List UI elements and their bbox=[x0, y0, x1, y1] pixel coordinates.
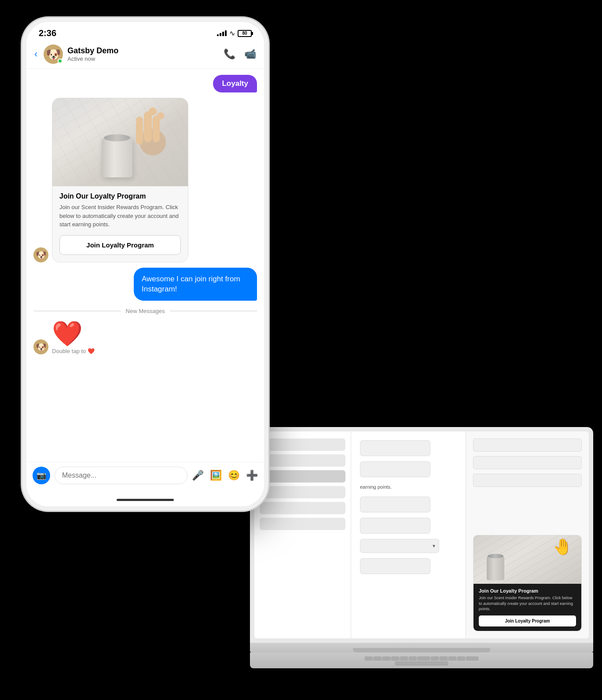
battery-icon: 80 bbox=[238, 30, 252, 37]
laptop-device: earning points. bbox=[250, 427, 593, 674]
laptop-card-title: Join Our Loyalty Program bbox=[479, 588, 576, 593]
heart-reaction-row: 🐶 ❤️ Double tap to ❤️ bbox=[33, 321, 257, 354]
camera-icon: 📷 bbox=[37, 471, 46, 480]
camera-button[interactable]: 📷 bbox=[33, 467, 50, 484]
contact-name: Gatsby Demo bbox=[67, 46, 219, 55]
header-actions: 📞 📹 bbox=[224, 48, 256, 60]
footer-action-icons: 🎤 🖼️ 😊 ➕ bbox=[192, 470, 258, 481]
home-indicator bbox=[26, 493, 264, 506]
laptop-hand-icon: 🤚 bbox=[553, 538, 573, 556]
laptop-join-loyalty-button[interactable]: Join Loyalty Program bbox=[479, 615, 576, 626]
laptop-right-field-1[interactable] bbox=[473, 438, 582, 452]
svg-rect-3 bbox=[136, 120, 143, 144]
laptop-base bbox=[250, 643, 593, 652]
laptop-card-body: Join Our Loyalty Program Join our Scent … bbox=[474, 584, 581, 631]
laptop-loyalty-card: 🤚 Join Our Loyalty Program Join our Scen… bbox=[473, 535, 582, 631]
image-icon[interactable]: 🖼️ bbox=[210, 470, 222, 481]
contact-info: Gatsby Demo Active now bbox=[67, 46, 219, 62]
signal-icon bbox=[217, 30, 227, 36]
sidebar-item-3 bbox=[260, 470, 345, 483]
laptop-cylinder bbox=[487, 556, 504, 580]
product-cylinder bbox=[102, 138, 132, 177]
microphone-icon[interactable]: 🎤 bbox=[192, 470, 204, 481]
sender-avatar-small: 🐶 bbox=[33, 339, 48, 354]
avatar: 🐶 bbox=[44, 44, 63, 64]
double-tap-hint: Double tap to ❤️ bbox=[52, 348, 95, 354]
chat-body: Loyalty 🐶 bbox=[26, 69, 264, 462]
add-icon[interactable]: ➕ bbox=[246, 470, 258, 481]
online-indicator bbox=[58, 59, 62, 63]
back-button[interactable]: ‹ bbox=[34, 48, 37, 60]
laptop-field-3[interactable] bbox=[360, 497, 430, 512]
status-icons: ∿ 80 bbox=[217, 29, 252, 37]
sidebar-item-2 bbox=[260, 454, 345, 467]
card-description: Join our Scent Insider Rewards Program. … bbox=[59, 203, 181, 229]
svg-point-6 bbox=[136, 117, 143, 124]
new-messages-label: New Messages bbox=[126, 308, 165, 314]
sender-avatar: 🐶 bbox=[33, 247, 48, 262]
laptop-screen-content: earning points. bbox=[254, 431, 589, 638]
card-content: Join Our Loyalty Program Join our Scent … bbox=[52, 186, 188, 262]
laptop-keyboard bbox=[250, 652, 593, 668]
laptop-dropdown[interactable] bbox=[360, 539, 439, 553]
card-title: Join Our Loyalty Program bbox=[59, 192, 181, 200]
status-bar: 2:36 ∿ 80 bbox=[26, 22, 264, 41]
laptop-right-field-3[interactable] bbox=[473, 474, 582, 487]
laptop-card-image: 🤚 bbox=[474, 535, 581, 584]
laptop-right-field-2[interactable] bbox=[473, 456, 582, 469]
laptop-field-1[interactable] bbox=[360, 440, 430, 456]
sidebar-item-1 bbox=[260, 438, 345, 451]
message-input[interactable] bbox=[55, 467, 187, 484]
laptop-text-line: earning points. bbox=[360, 483, 457, 491]
new-messages-divider: New Messages bbox=[33, 306, 257, 316]
status-time: 2:36 bbox=[39, 28, 56, 38]
video-call-icon[interactable]: 📹 bbox=[244, 48, 256, 60]
contact-status: Active now bbox=[67, 55, 219, 62]
laptop-field-2[interactable] bbox=[360, 461, 430, 477]
reply-bubble: Awesome I can join right from Instagram! bbox=[134, 268, 257, 301]
heart-emoji: ❤️ bbox=[52, 321, 95, 346]
hand-icon bbox=[131, 103, 175, 155]
phone-device: 2:36 ∿ 80 ‹ 🐶 Gatsb bbox=[22, 18, 268, 511]
sidebar-item-6 bbox=[260, 518, 345, 530]
chat-header: ‹ 🐶 Gatsby Demo Active now 📞 📹 bbox=[26, 41, 264, 69]
sidebar-item-5 bbox=[260, 502, 345, 514]
laptop-main: earning points. bbox=[351, 431, 589, 638]
card-message-row: 🐶 bbox=[33, 98, 257, 262]
card-product-image bbox=[52, 98, 188, 186]
loyalty-bubble: Loyalty bbox=[213, 75, 257, 92]
laptop-content-area: earning points. bbox=[351, 431, 466, 638]
sticker-icon[interactable]: 😊 bbox=[228, 470, 240, 481]
laptop-sidebar bbox=[254, 431, 351, 638]
svg-point-4 bbox=[149, 107, 157, 115]
laptop-card-description: Join our Scent Insider Rewards Program. … bbox=[479, 595, 576, 612]
laptop-field-5[interactable] bbox=[360, 558, 430, 574]
loyalty-card: Join Our Loyalty Program Join our Scent … bbox=[52, 98, 188, 262]
wifi-icon: ∿ bbox=[229, 29, 235, 37]
laptop-right-panel: 🤚 Join Our Loyalty Program Join our Scen… bbox=[466, 431, 589, 638]
loyalty-message-row: Loyalty bbox=[33, 75, 257, 92]
reply-message-row: Awesome I can join right from Instagram! bbox=[33, 268, 257, 301]
join-loyalty-button[interactable]: Join Loyalty Program bbox=[59, 235, 181, 255]
chat-footer: 📷 🎤 🖼️ 😊 ➕ bbox=[26, 462, 264, 493]
sidebar-item-4 bbox=[260, 486, 345, 498]
laptop-screen: earning points. bbox=[250, 427, 593, 643]
svg-rect-2 bbox=[153, 116, 160, 142]
laptop-field-4[interactable] bbox=[360, 518, 430, 534]
svg-rect-1 bbox=[144, 111, 152, 142]
phone-call-icon[interactable]: 📞 bbox=[224, 48, 235, 60]
svg-point-5 bbox=[157, 112, 164, 119]
